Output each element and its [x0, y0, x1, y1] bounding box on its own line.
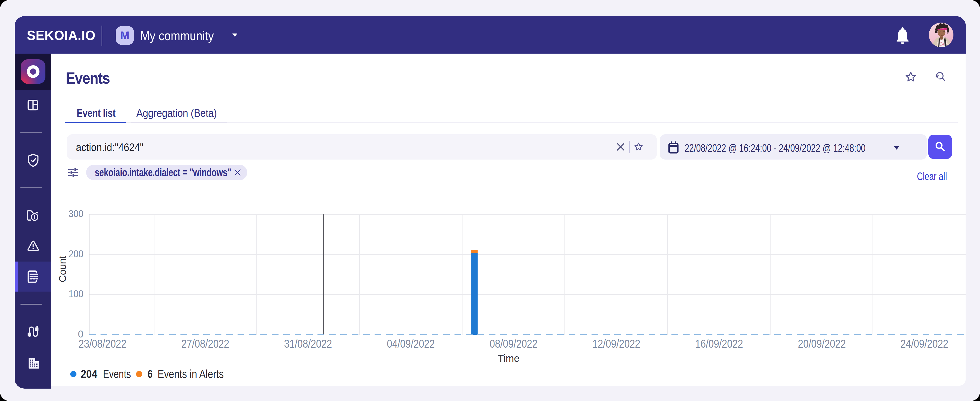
svg-text:04/09/2022: 04/09/2022	[387, 337, 435, 350]
svg-text:300: 300	[68, 208, 83, 219]
svg-text:Time: Time	[498, 353, 519, 364]
svg-text:16/09/2022: 16/09/2022	[695, 337, 743, 350]
svg-text:27/08/2022: 27/08/2022	[181, 337, 229, 350]
svg-text:23/08/2022: 23/08/2022	[79, 337, 127, 350]
svg-text:08/09/2022: 08/09/2022	[490, 337, 538, 350]
svg-text:100: 100	[68, 288, 83, 299]
svg-text:200: 200	[68, 248, 83, 259]
svg-text:20/09/2022: 20/09/2022	[798, 337, 846, 350]
svg-text:24/09/2022: 24/09/2022	[900, 337, 948, 350]
svg-text:12/09/2022: 12/09/2022	[592, 337, 640, 350]
svg-text:Count: Count	[57, 256, 68, 282]
svg-text:31/08/2022: 31/08/2022	[284, 337, 332, 350]
